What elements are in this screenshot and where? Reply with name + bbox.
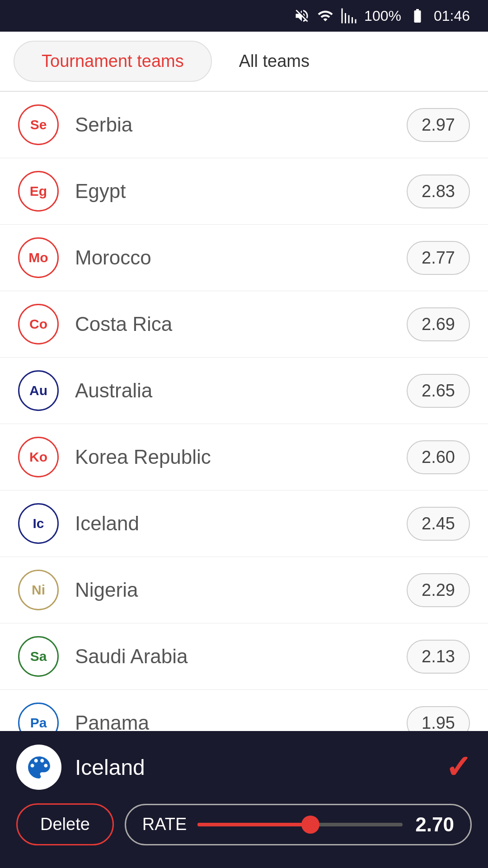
team-avatar: Ic <box>18 503 59 544</box>
team-item[interactable]: Se Serbia 2.97 <box>0 92 488 158</box>
team-item[interactable]: Sa Saudi Arabia 2.13 <box>0 623 488 690</box>
team-avatar: Se <box>18 104 59 145</box>
team-avatar: Ko <box>18 437 59 477</box>
team-name: Australia <box>75 379 407 402</box>
mute-icon <box>294 8 310 24</box>
team-item[interactable]: Au Australia 2.65 <box>0 358 488 424</box>
team-avatar: Sa <box>18 636 59 677</box>
team-avatar: Eg <box>18 171 59 212</box>
status-bar: 100% 01:46 <box>0 0 488 32</box>
team-name: Serbia <box>75 113 407 136</box>
team-rate: 2.97 <box>407 108 470 142</box>
team-rate: 2.45 <box>407 507 470 541</box>
search-input[interactable] <box>75 755 445 780</box>
rate-label: RATE <box>142 815 187 834</box>
team-item[interactable]: Co Costa Rica 2.69 <box>0 291 488 358</box>
tournament-teams-tab[interactable]: Tournament teams <box>14 41 212 82</box>
team-name: Saudi Arabia <box>75 645 407 668</box>
team-item[interactable]: Ic Iceland 2.45 <box>0 491 488 557</box>
team-item[interactable]: Eg Egypt 2.83 <box>0 158 488 225</box>
rate-slider-thumb[interactable] <box>301 816 319 834</box>
all-teams-tab[interactable]: All teams <box>212 42 337 81</box>
team-rate: 2.77 <box>407 241 470 275</box>
team-avatar: Mo <box>18 237 59 278</box>
team-name: Costa Rica <box>75 313 407 335</box>
team-item[interactable]: Ko Korea Republic 2.60 <box>0 424 488 491</box>
team-rate: 2.60 <box>407 440 470 474</box>
palette-svg <box>24 753 54 782</box>
team-name: Morocco <box>75 246 407 269</box>
team-rate: 2.29 <box>407 573 470 607</box>
rate-slider-fill <box>197 823 310 826</box>
confirm-icon[interactable]: ✓ <box>445 749 472 786</box>
rate-value: 2.70 <box>413 813 454 836</box>
time-text: 01:46 <box>434 8 470 24</box>
team-rate: 2.83 <box>407 175 470 208</box>
delete-button[interactable]: Delete <box>16 803 114 845</box>
battery-icon <box>408 8 427 24</box>
bottom-top-row: ✓ <box>16 745 472 790</box>
team-rate: 2.13 <box>407 640 470 674</box>
team-name: Korea Republic <box>75 446 407 468</box>
team-list: Se Serbia 2.97 Eg Egypt 2.83 Mo Morocco … <box>0 92 488 756</box>
rate-slider-track[interactable] <box>197 823 403 826</box>
team-item[interactable]: Ni Nigeria 2.29 <box>0 557 488 623</box>
team-rate: 2.65 <box>407 374 470 408</box>
wifi-icon <box>317 8 333 24</box>
main-content: Se Serbia 2.97 Eg Egypt 2.83 Mo Morocco … <box>0 92 488 802</box>
palette-icon <box>16 745 61 790</box>
team-name: Nigeria <box>75 579 407 601</box>
bottom-bottom-row: Delete RATE 2.70 <box>16 803 472 845</box>
bottom-panel: ✓ Delete RATE 2.70 <box>0 731 488 868</box>
status-icons: 100% 01:46 <box>294 8 470 24</box>
team-item[interactable]: Mo Morocco 2.77 <box>0 225 488 291</box>
team-avatar: Ni <box>18 570 59 610</box>
team-avatar: Au <box>18 370 59 411</box>
team-avatar: Co <box>18 304 59 344</box>
battery-text: 100% <box>364 8 401 24</box>
team-name: Iceland <box>75 512 407 535</box>
team-name: Egypt <box>75 180 407 203</box>
signal-icon <box>341 8 357 24</box>
team-rate: 2.69 <box>407 307 470 341</box>
tab-bar: Tournament teams All teams <box>0 32 488 92</box>
rate-container: RATE 2.70 <box>125 804 472 845</box>
